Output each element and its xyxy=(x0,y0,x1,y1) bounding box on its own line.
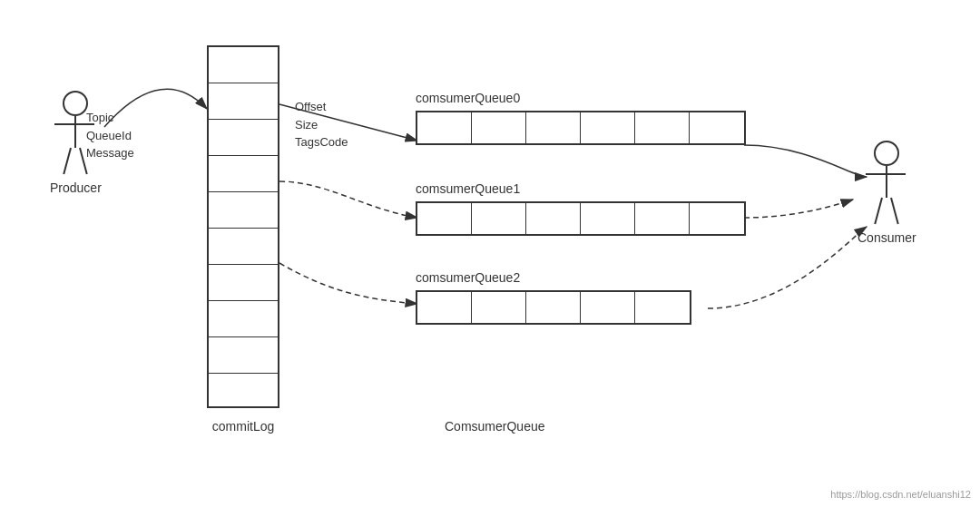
q0-cell-2 xyxy=(472,112,526,143)
q1-cell-6 xyxy=(690,203,744,234)
consumer-legs xyxy=(881,198,892,225)
commitlog-cell-1 xyxy=(209,47,278,83)
q2-cell-3 xyxy=(526,292,581,323)
tagscode-line: TagsCode xyxy=(295,133,348,151)
q0-cell-5 xyxy=(635,112,690,143)
q1-cell-5 xyxy=(635,203,690,234)
q0-cell-4 xyxy=(581,112,635,143)
queue0-row xyxy=(416,111,746,145)
commitlog-cell-10 xyxy=(209,374,278,410)
producer-head xyxy=(63,91,88,116)
producer-body xyxy=(74,116,76,148)
q1-cell-1 xyxy=(417,203,472,234)
commitlog-cell-3 xyxy=(209,120,278,156)
queue2-row xyxy=(416,290,691,325)
queue0-container: comsumerQueue0 xyxy=(416,91,746,145)
commitlog-cell-5 xyxy=(209,192,278,229)
queue2-label: comsumerQueue2 xyxy=(416,270,691,285)
commitlog-cell-8 xyxy=(209,301,278,337)
commitlog-cell-9 xyxy=(209,337,278,374)
commit-log-label: commitLog xyxy=(207,419,279,434)
consumer-body xyxy=(886,166,887,198)
annotation-queueid: QueueId xyxy=(86,127,134,145)
commit-log xyxy=(207,45,279,408)
q0-cell-3 xyxy=(526,112,581,143)
annotation-topic: Topic xyxy=(86,109,134,127)
q1-cell-3 xyxy=(526,203,581,234)
producer-legs xyxy=(70,148,81,175)
queue1-row xyxy=(416,201,746,236)
queue1-container: comsumerQueue1 xyxy=(416,181,746,236)
queue1-label: comsumerQueue1 xyxy=(416,181,746,196)
q1-cell-2 xyxy=(472,203,526,234)
commitlog-cell-4 xyxy=(209,156,278,192)
consumer-queue-section-label: ComsumerQueue xyxy=(445,419,545,434)
offset-line: Offset xyxy=(295,98,348,116)
commitlog-cell-7 xyxy=(209,265,278,301)
q0-cell-6 xyxy=(690,112,744,143)
diagram-container: Producer Topic QueueId Message commitLog… xyxy=(0,0,980,507)
offset-annotation: Offset Size TagsCode xyxy=(295,98,348,151)
q2-cell-4 xyxy=(581,292,635,323)
q2-cell-1 xyxy=(417,292,472,323)
producer-label: Producer xyxy=(50,180,102,195)
consumer-label: Consumer xyxy=(858,230,916,245)
commitlog-cell-2 xyxy=(209,83,278,120)
queue0-label: comsumerQueue0 xyxy=(416,91,746,105)
q2-cell-5 xyxy=(635,292,690,323)
consumer-head xyxy=(874,141,899,166)
commitlog-cell-6 xyxy=(209,229,278,265)
watermark: https://blog.csdn.net/eluanshi12 xyxy=(830,489,971,500)
consumer-arms xyxy=(866,173,906,175)
q2-cell-2 xyxy=(472,292,526,323)
queue2-container: comsumerQueue2 xyxy=(416,270,691,325)
consumer-figure: Consumer xyxy=(858,141,916,245)
annotation-message: Message xyxy=(86,144,134,162)
producer-annotation: Topic QueueId Message xyxy=(86,109,134,162)
q0-cell-1 xyxy=(417,112,472,143)
q1-cell-4 xyxy=(581,203,635,234)
size-line: Size xyxy=(295,116,348,134)
